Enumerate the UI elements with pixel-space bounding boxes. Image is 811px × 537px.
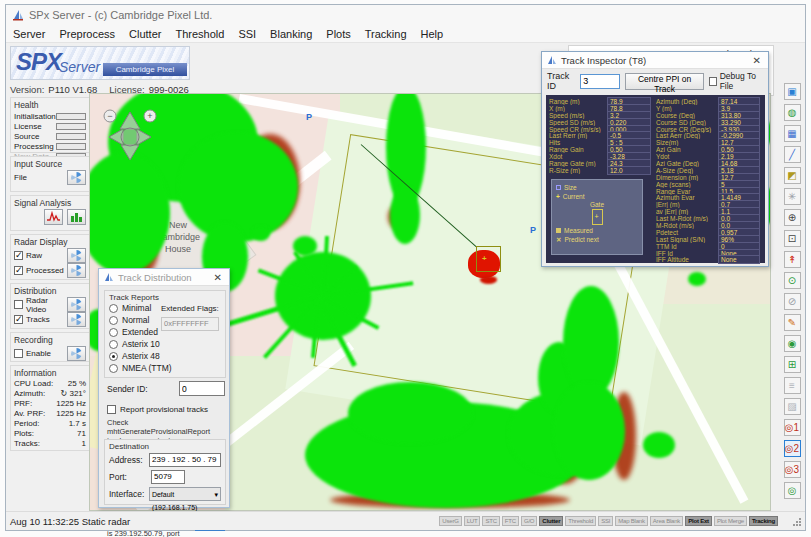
pan-down-arrow[interactable] bbox=[121, 145, 139, 160]
view-all-icon[interactable]: ◎ bbox=[784, 482, 801, 499]
menu-item[interactable]: Server bbox=[6, 26, 52, 42]
menu-item[interactable]: Help bbox=[414, 26, 451, 42]
info-value: 71 bbox=[77, 429, 86, 439]
address-input[interactable] bbox=[149, 453, 221, 467]
port-input[interactable] bbox=[151, 470, 185, 484]
recording-group: Recording Enable bbox=[10, 332, 90, 362]
region-flag-icon[interactable]: ◩ bbox=[784, 167, 801, 184]
menu-item[interactable]: Tracking bbox=[358, 26, 414, 42]
radar-fan-icon bbox=[70, 171, 83, 184]
size-marker-icon bbox=[556, 185, 561, 190]
ascan-button[interactable] bbox=[44, 209, 63, 225]
display-config-button[interactable] bbox=[67, 248, 86, 263]
centre-target-icon[interactable]: ⊡ bbox=[784, 230, 801, 247]
health-row: Processing bbox=[14, 141, 86, 151]
radar-display-list: Raw Processed bbox=[14, 248, 86, 278]
recording-row: Enable bbox=[14, 346, 86, 361]
distribution-list: Radar Video Tracks bbox=[14, 297, 86, 327]
track-id-input[interactable] bbox=[580, 74, 620, 89]
centre-ppi-button[interactable]: Centre PPI on Track bbox=[625, 73, 703, 90]
clutter-blob bbox=[178, 132, 298, 242]
resize-grip[interactable] bbox=[792, 517, 801, 526]
blank-zones-icon[interactable]: ▨ bbox=[784, 398, 801, 415]
health-title: Health bbox=[14, 100, 86, 110]
distribution-config-button[interactable] bbox=[67, 312, 86, 327]
view-2-icon[interactable]: ◎2 bbox=[784, 440, 801, 457]
radar-display-row: Raw bbox=[14, 248, 86, 263]
report-format-radio[interactable] bbox=[109, 340, 118, 349]
close-icon[interactable]: ✕ bbox=[211, 272, 225, 283]
legend-measured-label: Measured bbox=[564, 227, 593, 234]
interface-select[interactable]: Default (192.168.1.75)▾ bbox=[149, 487, 221, 501]
recording-label: Enable bbox=[26, 349, 64, 358]
processing-indicator: UserG bbox=[439, 516, 461, 526]
track-field-value: None bbox=[718, 255, 760, 264]
report-format-radio[interactable] bbox=[109, 364, 118, 373]
zoom-track-icon[interactable]: ◉ bbox=[784, 335, 801, 352]
sender-id-input[interactable] bbox=[179, 381, 225, 396]
processing-indicator: Plot Merge bbox=[714, 516, 747, 526]
minus-icon: − bbox=[107, 111, 112, 121]
pan-view-icon[interactable]: ⊞ bbox=[784, 356, 801, 373]
health-list: Initialisation License Source Processing bbox=[14, 111, 86, 161]
display-config-button[interactable] bbox=[67, 263, 86, 278]
recording-config-button[interactable] bbox=[67, 346, 86, 361]
recording-checkbox[interactable] bbox=[14, 349, 23, 358]
menu-item[interactable]: Blanking bbox=[263, 26, 319, 42]
view-3-icon[interactable]: ◎3 bbox=[784, 461, 801, 478]
menu-item[interactable]: Clutter bbox=[122, 26, 168, 42]
processing-indicator: STC bbox=[482, 516, 499, 526]
centre-crosshair-icon[interactable]: ⊕ bbox=[784, 209, 801, 226]
health-row: Source bbox=[14, 131, 86, 141]
health-group: Health Initialisation License Source bbox=[10, 97, 90, 153]
histogram-button[interactable] bbox=[67, 209, 86, 225]
debug-to-file-checkbox[interactable] bbox=[709, 77, 717, 86]
map-overlay-icon[interactable]: ▣ bbox=[784, 83, 801, 100]
report-format-radio[interactable] bbox=[109, 316, 118, 325]
report-format-radio[interactable] bbox=[109, 304, 118, 313]
gate-diagram bbox=[592, 209, 603, 225]
map-pan-control[interactable]: − + bbox=[101, 107, 159, 165]
globe-icon[interactable]: ◍ bbox=[784, 104, 801, 121]
calibrate-pen-icon[interactable]: ✎ bbox=[784, 314, 801, 331]
menu-item[interactable]: Preprocess bbox=[52, 26, 122, 42]
track-plot-fragment bbox=[480, 276, 497, 284]
menu-item[interactable]: Threshold bbox=[168, 26, 231, 42]
track-distribution-titlebar[interactable]: Track Distribution ✕ bbox=[99, 269, 229, 286]
chart-grid-icon[interactable]: ▦ bbox=[784, 125, 801, 142]
no-entry-icon[interactable]: ⊘ bbox=[784, 293, 801, 310]
window-title: SPx Server - (c) Cambridge Pixel Ltd. bbox=[29, 9, 212, 21]
close-icon[interactable]: ✕ bbox=[750, 55, 764, 66]
pan-up-arrow[interactable] bbox=[120, 112, 140, 129]
range-rings-icon[interactable]: ≡ bbox=[784, 377, 801, 394]
view-1-icon[interactable]: ◎1 bbox=[784, 419, 801, 436]
information-row: CPU Load: 25 % bbox=[14, 379, 86, 389]
display-checkbox[interactable] bbox=[14, 251, 23, 260]
report-format-radio[interactable] bbox=[109, 328, 118, 337]
interface-label: Interface: bbox=[109, 489, 145, 499]
distribution-checkbox[interactable] bbox=[14, 315, 23, 324]
display-checkbox[interactable] bbox=[14, 266, 23, 275]
destination-group: Destination Address: Port: Interface: De… bbox=[104, 439, 226, 505]
report-format-radio[interactable] bbox=[109, 352, 118, 361]
menu-item[interactable]: SSI bbox=[231, 26, 263, 42]
provisional-tracks-checkbox[interactable] bbox=[107, 405, 116, 414]
track-inspector-titlebar[interactable]: Track Inspector (T8) ✕ bbox=[542, 52, 768, 69]
distribution-title: Distribution bbox=[14, 286, 86, 296]
app-icon bbox=[12, 9, 24, 21]
menu-item[interactable]: Plots bbox=[319, 26, 357, 42]
distribution-config-button[interactable] bbox=[67, 297, 86, 312]
input-source-config-button[interactable] bbox=[67, 170, 86, 185]
title-bar[interactable]: SPx Server - (c) Cambridge Pixel Ltd. bbox=[6, 5, 805, 25]
health-status-bar bbox=[56, 123, 86, 130]
clutter-burst-icon[interactable]: ✳ bbox=[784, 188, 801, 205]
history-clock-icon[interactable]: ⊙ bbox=[784, 272, 801, 289]
report-format-label: Asterix 10 bbox=[122, 339, 160, 349]
distribution-checkbox[interactable] bbox=[14, 300, 23, 309]
pan-centre[interactable] bbox=[121, 128, 139, 146]
track-pin-icon[interactable]: ↟ bbox=[784, 251, 801, 268]
track-data-panel: Range (m) 78.9 X (m) 78.8 Speed (m/s) 3.… bbox=[546, 95, 765, 263]
measure-ruler-icon[interactable]: ╱ bbox=[784, 146, 801, 163]
legend-gate-label: Gate bbox=[590, 201, 604, 208]
track-data-row: R-Size (m) 12.0 bbox=[549, 167, 653, 174]
